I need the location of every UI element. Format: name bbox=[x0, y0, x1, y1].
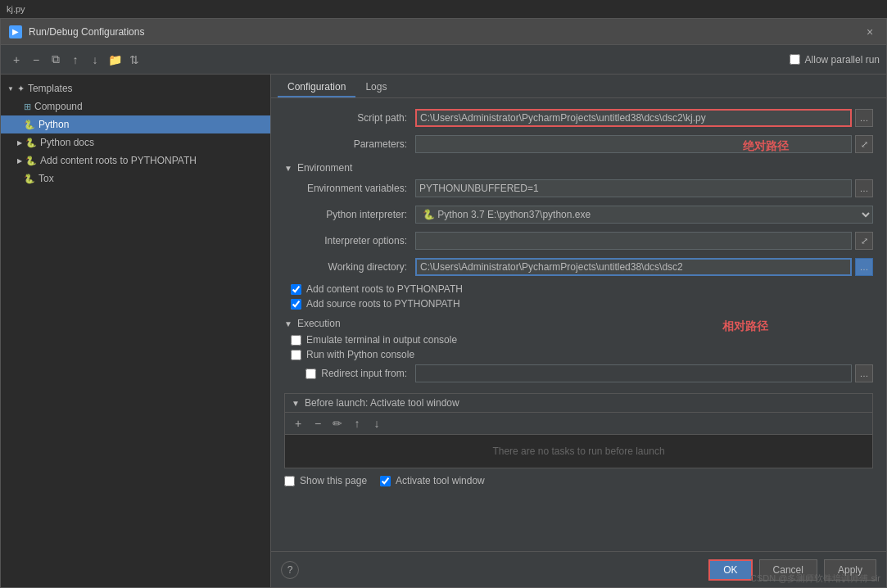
redirect-input-field: … bbox=[415, 364, 873, 382]
redirect-input-browse-button[interactable]: … bbox=[855, 364, 873, 382]
sidebar-python-label: Python bbox=[38, 119, 69, 130]
env-variables-label: Environment variables: bbox=[284, 183, 415, 194]
sidebar-item-label: Templates bbox=[28, 83, 73, 94]
python-tests-icon: 🐍 bbox=[25, 156, 37, 166]
sidebar-item-python-tests[interactable]: ▶ 🐍 Add content roots to PYTHONPATH bbox=[1, 152, 270, 170]
show-this-page-checkbox[interactable] bbox=[284, 476, 295, 486]
before-launch-empty-content: There are no tasks to run before launch bbox=[285, 435, 872, 468]
env-variables-input[interactable] bbox=[415, 179, 852, 197]
sidebar-item-python[interactable]: 🐍 Python bbox=[1, 115, 270, 133]
before-launch-label: Before launch: Activate tool window bbox=[305, 397, 459, 409]
add-content-roots-checkbox[interactable] bbox=[291, 284, 301, 295]
dialog-wrapper: ▶ Run/Debug Configurations × + − ⧉ ↑ ↓ 📁… bbox=[0, 18, 887, 588]
working-directory-browse-button[interactable]: … bbox=[855, 258, 873, 276]
main-toolbar: + − ⧉ ↑ ↓ 📁 ⇅ Allow parallel run bbox=[1, 45, 886, 75]
emulate-terminal-checkbox[interactable] bbox=[291, 335, 301, 346]
working-directory-label: Working directory: bbox=[284, 261, 415, 273]
bottom-options: Show this page Activate tool window bbox=[284, 468, 873, 496]
sort-button[interactable]: ⇅ bbox=[125, 51, 143, 69]
ok-button[interactable]: OK bbox=[708, 559, 752, 581]
redirect-input-row: Redirect input from: … bbox=[284, 364, 873, 383]
taskbar: kj.py bbox=[0, 0, 887, 18]
tab-logs[interactable]: Logs bbox=[355, 78, 396, 97]
dialog-titlebar: ▶ Run/Debug Configurations × bbox=[1, 19, 886, 45]
parameters-input[interactable] bbox=[415, 135, 852, 153]
footer-left: ? bbox=[281, 561, 299, 579]
allow-parallel-checkbox[interactable] bbox=[790, 54, 800, 65]
redirect-input-label[interactable]: Redirect input from: bbox=[321, 368, 407, 379]
close-button[interactable]: × bbox=[862, 24, 878, 40]
execution-section-header[interactable]: ▼ Execution bbox=[284, 318, 873, 329]
copy-config-button[interactable]: ⧉ bbox=[47, 51, 65, 69]
run-python-console-label[interactable]: Run with Python console bbox=[306, 349, 414, 360]
sidebar-item-tox[interactable]: 🐍 Tox bbox=[1, 170, 270, 188]
sidebar: ▼ ✦ Templates ⊞ Compound 🐍 Python ▶ 🐍 bbox=[1, 75, 271, 587]
before-launch-add-button[interactable]: + bbox=[290, 415, 306, 432]
execution-section-label: Execution bbox=[297, 318, 341, 329]
templates-icon: ✦ bbox=[17, 84, 25, 94]
before-launch-header: ▼ Before launch: Activate tool window bbox=[285, 394, 872, 413]
remove-config-button[interactable]: − bbox=[27, 51, 45, 69]
script-path-input[interactable] bbox=[415, 109, 852, 127]
allow-parallel-option: Allow parallel run bbox=[790, 54, 880, 66]
interpreter-options-input[interactable] bbox=[415, 232, 852, 250]
add-source-roots-checkbox[interactable] bbox=[291, 299, 301, 310]
interpreter-options-field: ⤢ bbox=[415, 232, 873, 250]
folder-button[interactable]: 📁 bbox=[106, 51, 124, 69]
activate-tool-window-checkbox[interactable] bbox=[380, 476, 391, 486]
expand-arrow-icon: ▼ bbox=[7, 85, 14, 93]
allow-parallel-label[interactable]: Allow parallel run bbox=[805, 54, 880, 66]
right-panel: Configuration Logs Script path: … bbox=[271, 75, 886, 587]
sidebar-python-docs-label: Python docs bbox=[40, 137, 94, 148]
help-button[interactable]: ? bbox=[281, 561, 299, 579]
activate-tool-window-label[interactable]: Activate tool window bbox=[396, 475, 485, 486]
add-source-roots-row: Add source roots to PYTHONPATH bbox=[284, 298, 873, 310]
show-this-page-label[interactable]: Show this page bbox=[300, 475, 367, 486]
environment-section-header[interactable]: ▼ Environment bbox=[284, 162, 873, 174]
before-launch-down-button[interactable]: ↓ bbox=[369, 415, 385, 432]
parameters-expand-button[interactable]: ⤢ bbox=[855, 135, 873, 153]
environment-arrow-icon: ▼ bbox=[284, 164, 292, 173]
sidebar-item-python-docs[interactable]: ▶ 🐍 Python docs bbox=[1, 133, 270, 152]
tab-configuration[interactable]: Configuration bbox=[278, 78, 355, 97]
env-variables-browse-button[interactable]: … bbox=[855, 179, 873, 197]
script-path-row: Script path: … bbox=[284, 108, 873, 128]
python-interpreter-select[interactable]: 🐍 Python 3.7 E:\python37\python.exe bbox=[415, 206, 873, 224]
content-area: Script path: … Parameters: ⤢ bbox=[271, 98, 886, 551]
interpreter-options-label: Interpreter options: bbox=[284, 235, 415, 247]
redirect-input-checkbox[interactable] bbox=[305, 369, 316, 379]
add-content-roots-row: Add content roots to PYTHONPATH bbox=[284, 283, 873, 295]
compound-icon: ⊞ bbox=[24, 102, 31, 112]
taskbar-title: kj.py bbox=[7, 4, 25, 14]
run-python-console-row: Run with Python console bbox=[284, 349, 873, 360]
before-launch-remove-button[interactable]: − bbox=[310, 415, 326, 432]
sidebar-item-templates[interactable]: ▼ ✦ Templates bbox=[1, 79, 270, 97]
script-path-browse-button[interactable]: … bbox=[855, 109, 873, 127]
add-source-roots-label[interactable]: Add source roots to PYTHONPATH bbox=[306, 298, 460, 310]
add-content-roots-label[interactable]: Add content roots to PYTHONPATH bbox=[306, 283, 463, 295]
interpreter-options-expand-button[interactable]: ⤢ bbox=[855, 232, 873, 250]
working-directory-row: Working directory: … bbox=[284, 257, 873, 277]
parameters-label: Parameters: bbox=[284, 138, 415, 150]
emulate-terminal-label[interactable]: Emulate terminal in output console bbox=[306, 334, 457, 346]
run-python-console-checkbox[interactable] bbox=[291, 350, 301, 360]
activate-tool-window-row: Activate tool window bbox=[380, 475, 485, 486]
parameters-row: Parameters: ⤢ bbox=[284, 134, 873, 154]
before-launch-empty-label: There are no tasks to run before launch bbox=[492, 446, 664, 457]
sidebar-item-compound[interactable]: ⊞ Compound bbox=[1, 97, 270, 115]
add-config-button[interactable]: + bbox=[7, 51, 25, 69]
redirect-input-input[interactable] bbox=[415, 364, 852, 382]
python-interpreter-row: Python interpreter: 🐍 Python 3.7 E:\pyth… bbox=[284, 205, 873, 224]
working-directory-input[interactable] bbox=[415, 258, 852, 276]
move-up-button[interactable]: ↑ bbox=[66, 51, 84, 69]
move-down-button[interactable]: ↓ bbox=[86, 51, 104, 69]
before-launch-edit-button[interactable]: ✏ bbox=[329, 415, 346, 432]
sidebar-tox-label: Tox bbox=[38, 173, 54, 184]
dialog: ▶ Run/Debug Configurations × + − ⧉ ↑ ↓ 📁… bbox=[0, 18, 887, 588]
before-launch-up-button[interactable]: ↑ bbox=[349, 415, 365, 432]
before-launch-toolbar: + − ✏ ↑ ↓ bbox=[285, 413, 872, 435]
working-directory-field: … bbox=[415, 258, 873, 276]
script-path-label: Script path: bbox=[284, 112, 415, 124]
emulate-terminal-row: Emulate terminal in output console bbox=[284, 334, 873, 346]
python-interpreter-label: Python interpreter: bbox=[284, 209, 415, 220]
